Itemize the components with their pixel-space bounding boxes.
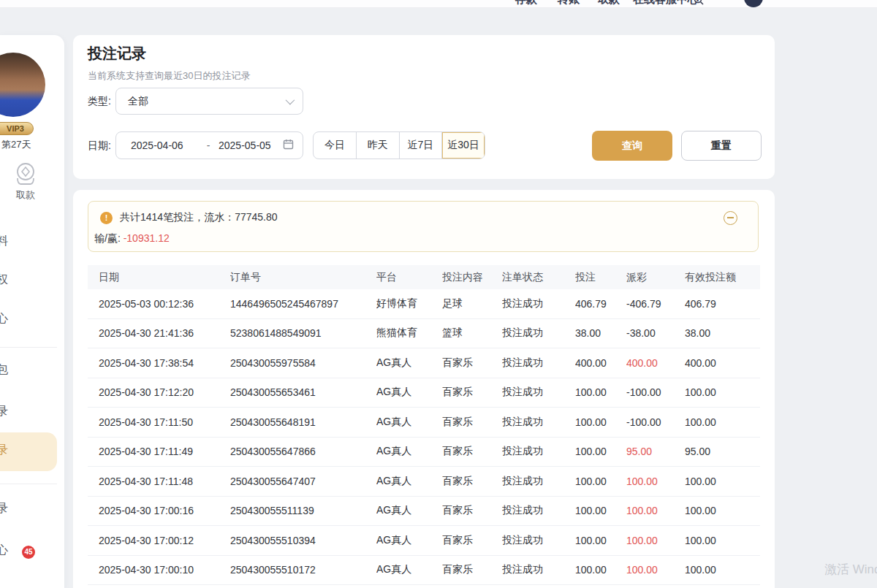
- date-start-value: 2025-04-06: [131, 140, 198, 151]
- cell-bet: 38.00: [575, 327, 626, 339]
- cell-date: 2025-04-30 17:11:49: [99, 446, 230, 457]
- cell-platform: AG真人: [376, 416, 442, 429]
- quick-date-yesterday[interactable]: 昨天: [357, 132, 400, 159]
- col-payout: 派彩: [626, 271, 685, 284]
- col-valid-bet: 有效投注额: [685, 271, 749, 284]
- winloss-label: 输/赢:: [94, 232, 121, 244]
- cell-content: 篮球: [442, 327, 502, 340]
- cell-status: 投注成功: [502, 356, 575, 370]
- cell-bet: 100.00: [575, 476, 626, 487]
- cell-date: 2025-04-30 17:11:50: [99, 416, 230, 428]
- sidebar-item-login-records[interactable]: 录: [0, 501, 14, 516]
- query-button[interactable]: 查询: [592, 131, 672, 161]
- vip-badge: VIP3: [0, 122, 34, 135]
- type-select[interactable]: 全部: [115, 88, 303, 115]
- date-range-input[interactable]: 2025-04-06 - 2025-05-05: [115, 131, 303, 159]
- cell-date: 2025-04-30 21:41:36: [99, 327, 230, 339]
- table-body: 2025-05-03 00:12:361446496505245467897好博…: [88, 289, 760, 585]
- cell-valid: 100.00: [685, 386, 749, 398]
- cell-status: 投注成功: [502, 297, 575, 310]
- type-select-value: 全部: [128, 95, 286, 108]
- cell-bet: 100.00: [575, 416, 626, 428]
- cell-platform: 好博体育: [376, 297, 442, 310]
- cell-status: 投注成功: [502, 445, 575, 458]
- cell-payout: 400.00: [626, 357, 685, 369]
- cell-platform: AG真人: [376, 356, 442, 370]
- cell-valid: 100.00: [685, 505, 749, 516]
- cell-date: 2025-04-30 17:00:12: [99, 535, 230, 546]
- collapse-icon[interactable]: [724, 211, 737, 225]
- cell-payout: 95.00: [626, 446, 685, 457]
- search-icon[interactable]: [693, 0, 705, 8]
- cell-payout: 100.00: [626, 476, 685, 487]
- sidebar-item-security[interactable]: 心: [0, 311, 14, 327]
- cell-order: 250430055975584: [230, 357, 376, 369]
- chevron-down-icon: [286, 96, 295, 105]
- cell-date: 2025-04-30 17:38:54: [99, 357, 230, 369]
- quick-date-30days[interactable]: 近30日: [442, 132, 485, 159]
- cell-valid: 100.00: [685, 476, 749, 487]
- cell-order: 250430055511139: [230, 505, 376, 516]
- nav-item-withdraw[interactable]: 取款: [598, 0, 620, 7]
- sidebar-item-betting-records-active[interactable]: 录: [0, 443, 14, 458]
- cell-order: 1446496505245467897: [230, 298, 376, 310]
- cell-status: 投注成功: [502, 475, 575, 488]
- col-bet: 投注: [575, 271, 626, 284]
- cell-content: 足球: [442, 297, 502, 310]
- page-title: 投注记录: [88, 44, 146, 64]
- cell-bet: 100.00: [575, 446, 626, 457]
- sidebar-item-profile[interactable]: 料: [0, 234, 14, 249]
- info-icon: !: [100, 212, 113, 224]
- sidebar-item-transaction-records[interactable]: 录: [0, 404, 14, 419]
- withdraw-label[interactable]: 取款: [16, 188, 35, 202]
- col-status: 注单状态: [502, 271, 575, 284]
- cell-order: 250430055648191: [230, 416, 376, 428]
- topbar-avatar[interactable]: [744, 0, 763, 7]
- table-row: 2025-04-30 17:11:50250430055648191AG真人百家…: [88, 408, 760, 438]
- date-separator: -: [198, 140, 219, 151]
- cell-content: 百家乐: [442, 356, 502, 370]
- nav-item-deposit[interactable]: 存款: [515, 0, 537, 7]
- betting-records-page: 存款 转账 取款 在线客服中心 VIP3 第27天 取款 料 权 心 包 录 录…: [0, 0, 877, 588]
- table-row: 2025-04-30 17:38:54250430055975584AG真人百家…: [88, 348, 760, 378]
- cell-platform: AG真人: [376, 563, 442, 576]
- sidebar-item-privilege[interactable]: 权: [0, 272, 14, 288]
- nav-item-service[interactable]: 在线客服中心: [633, 0, 699, 7]
- user-avatar[interactable]: [0, 53, 45, 117]
- reset-button[interactable]: 重置: [681, 131, 762, 161]
- cell-content: 百家乐: [442, 534, 502, 547]
- cell-valid: 38.00: [685, 327, 749, 339]
- cell-payout: -38.00: [626, 327, 685, 339]
- cell-content: 百家乐: [442, 416, 502, 429]
- table-header: 日期 订单号 平台 投注内容 注单状态 投注 派彩 有效投注额: [88, 265, 760, 289]
- cell-status: 投注成功: [502, 416, 575, 429]
- cell-platform: AG真人: [376, 475, 442, 488]
- cell-valid: 406.79: [685, 298, 749, 310]
- quick-date-7days[interactable]: 近7日: [400, 132, 443, 159]
- col-platform: 平台: [376, 271, 442, 284]
- filter-card: 投注记录 当前系统支持查询最近30日的投注记录 类型: 全部 日期: 2025-…: [73, 35, 775, 179]
- cell-bet: 100.00: [575, 386, 626, 398]
- cell-platform: AG真人: [376, 504, 442, 517]
- withdraw-icon[interactable]: [12, 161, 39, 190]
- top-navbar: 存款 转账 取款 在线客服中心: [0, 0, 877, 8]
- cell-status: 投注成功: [502, 327, 575, 340]
- cell-valid: 100.00: [685, 416, 749, 428]
- cell-order: 250430055510172: [230, 564, 376, 576]
- sidebar-item-wallet[interactable]: 包: [0, 362, 14, 378]
- cell-content: 百家乐: [442, 445, 502, 458]
- quick-date-today[interactable]: 今日: [314, 132, 357, 159]
- cell-payout: 100.00: [626, 505, 685, 516]
- winloss-value: -10931.12: [124, 232, 170, 244]
- cell-date: 2025-04-30 17:00:10: [99, 564, 230, 576]
- nav-item-transfer[interactable]: 转账: [558, 0, 580, 7]
- sidebar-item-message-center[interactable]: 心: [0, 543, 14, 558]
- cell-bet: 400.00: [575, 357, 626, 369]
- cell-order: 250430055653461: [230, 386, 376, 398]
- table-row: 2025-04-30 17:11:48250430055647407AG真人百家…: [88, 467, 760, 497]
- cell-bet: 406.79: [575, 298, 626, 310]
- type-label: 类型:: [88, 88, 111, 115]
- cell-date: 2025-04-30 17:11:48: [99, 476, 230, 487]
- table-row: 2025-04-30 17:12:20250430055653461AG真人百家…: [88, 378, 760, 408]
- cell-order: 5238061488549091: [230, 327, 376, 339]
